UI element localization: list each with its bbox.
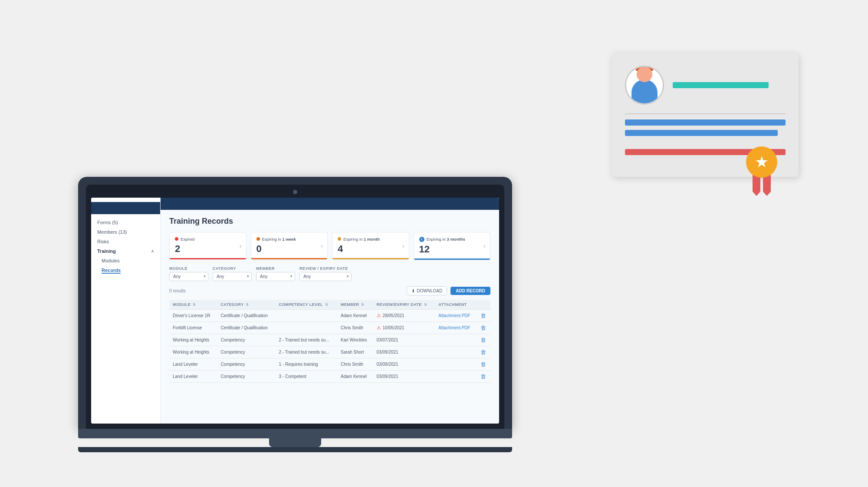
cell-delete: 🗑 xyxy=(477,346,490,358)
cell-attachment: Attachment.PDF xyxy=(435,309,477,321)
app-content-area: Training Records Expired 2 › xyxy=(161,210,499,390)
arrow-right-icon-4: › xyxy=(483,242,486,249)
stat-label-month: Expiring in 1 month xyxy=(343,237,380,242)
filter-module: MODULE Any xyxy=(169,266,208,281)
ribbon-left xyxy=(753,175,760,192)
filter-category-select[interactable]: Any xyxy=(213,272,252,281)
sort-member-icon[interactable]: ⇅ xyxy=(361,303,364,307)
stat-cards-row: Expired 2 › Expiring in 1 week xyxy=(169,232,490,260)
laptop-camera xyxy=(293,190,297,194)
filter-category-label: CATEGORY xyxy=(213,266,252,271)
stat-card-expired-header: Expired xyxy=(175,237,241,242)
cell-competency xyxy=(276,321,338,334)
delete-button[interactable]: 🗑 xyxy=(480,373,486,380)
arrow-right-icon-2: › xyxy=(321,242,323,249)
filter-member: MEMBER Any xyxy=(256,266,295,281)
stat-card-months3-header: i Expiring in 3 months xyxy=(419,237,485,242)
cell-module: Working at Heights xyxy=(169,334,217,346)
cell-member: Chris Smith xyxy=(337,358,373,370)
filter-review-date: REVIEW / EXPIRY DATE Any xyxy=(299,266,352,281)
cell-member: Chris Smith xyxy=(337,321,373,334)
sidebar-item-modules[interactable]: Modules xyxy=(91,256,160,265)
cell-delete: 🗑 xyxy=(477,370,490,382)
info-icon: i xyxy=(419,237,424,242)
sort-competency-icon[interactable]: ⇅ xyxy=(325,303,328,307)
stat-card-expired[interactable]: Expired 2 › xyxy=(169,232,247,260)
filter-member-label: MEMBER xyxy=(256,266,295,271)
col-category: CATEGORY ⇅ xyxy=(217,300,275,310)
sort-review-icon[interactable]: ⇅ xyxy=(424,303,427,307)
sort-category-icon[interactable]: ⇅ xyxy=(246,303,249,307)
delete-button[interactable]: 🗑 xyxy=(480,349,486,355)
cell-delete: 🗑 xyxy=(477,334,490,346)
filter-review-date-label: REVIEW / EXPIRY DATE xyxy=(299,266,352,271)
arrow-right-icon: › xyxy=(240,242,242,249)
stat-bar-months3 xyxy=(414,258,490,260)
attachment-link[interactable]: Attachment.PDF xyxy=(438,313,470,318)
page-title: Training Records xyxy=(169,217,490,226)
sidebar-label-risks: Risks xyxy=(97,239,109,244)
sidebar-item-forms[interactable]: Forms (5) xyxy=(91,218,160,227)
laptop: Forms (5) Members (13) Risks Training ∧ xyxy=(78,177,512,452)
filter-module-wrapper: Any xyxy=(169,272,208,281)
cell-competency: 2 - Trained but needs su... xyxy=(276,346,338,358)
sidebar-item-records[interactable]: Records xyxy=(91,265,160,276)
download-button[interactable]: ⬇ DOWNLOAD xyxy=(407,286,447,295)
filter-member-select[interactable]: Any xyxy=(256,272,295,281)
cell-attachment xyxy=(435,334,477,346)
stat-value-week: 0 xyxy=(256,243,322,255)
cell-competency: 1 - Requires training xyxy=(276,358,338,370)
delete-button[interactable]: 🗑 xyxy=(480,337,486,343)
stat-card-months3[interactable]: i Expiring in 3 months 12 › xyxy=(414,232,491,260)
cell-category: Competency xyxy=(217,358,275,370)
table-row: Working at Heights Competency 2 - Traine… xyxy=(169,334,490,346)
sidebar-item-risks[interactable]: Risks xyxy=(91,237,160,246)
stat-label-months3: Expiring in 3 months xyxy=(427,237,465,242)
cell-category: Certificate / Qualification xyxy=(217,321,275,334)
sidebar-item-members[interactable]: Members (13) xyxy=(91,227,160,237)
filter-review-date-select[interactable]: Any xyxy=(299,272,352,281)
cert-line-3 xyxy=(625,130,778,136)
table-row: Land Leveler Competency 3 - Competent Ad… xyxy=(169,370,490,382)
attachment-link[interactable]: Attachment.PDF xyxy=(438,325,470,330)
table-row: Working at Heights Competency 2 - Traine… xyxy=(169,346,490,358)
cell-competency: 2 - Trained but needs su... xyxy=(276,334,338,346)
cell-module: Working at Heights xyxy=(169,346,217,358)
sidebar-label-training: Training xyxy=(97,248,116,254)
stat-card-month[interactable]: Expiring in 1 month 4 › xyxy=(332,232,409,260)
laptop-stand xyxy=(269,438,321,447)
filter-module-select[interactable]: Any xyxy=(169,272,208,281)
laptop-bezel: Forms (5) Members (13) Risks Training ∧ xyxy=(86,185,504,429)
cell-member: Adam Kennel xyxy=(337,370,373,382)
chevron-down-icon: ∧ xyxy=(151,249,154,253)
delete-button[interactable]: 🗑 xyxy=(480,312,486,319)
cell-competency: 3 - Competent xyxy=(276,370,338,382)
stat-value-month: 4 xyxy=(338,243,404,255)
table-row: Driver's License 1R Certificate / Qualif… xyxy=(169,309,490,321)
stat-label-week: Expiring in 1 week xyxy=(262,237,296,242)
cell-review-date: ⚠10/05/2021 xyxy=(373,321,435,334)
stat-card-week-header: Expiring in 1 week xyxy=(256,237,322,242)
sidebar-label-records: Records xyxy=(102,268,121,274)
sidebar-label-modules: Modules xyxy=(102,258,120,263)
delete-button[interactable]: 🗑 xyxy=(480,361,486,368)
cell-member: Sarah Short xyxy=(337,346,373,358)
laptop-base xyxy=(78,429,512,438)
sidebar-item-training[interactable]: Training ∧ xyxy=(91,246,160,256)
delete-button[interactable]: 🗑 xyxy=(480,325,486,331)
avatar-body xyxy=(631,80,658,103)
cell-category: Competency xyxy=(217,370,275,382)
sort-module-icon[interactable]: ⇅ xyxy=(193,303,196,307)
arrow-right-icon-3: › xyxy=(402,242,404,249)
badge-circle: ★ xyxy=(746,146,777,178)
stat-card-week[interactable]: Expiring in 1 week 0 › xyxy=(251,232,328,260)
col-attachment: ATTACHMENT xyxy=(435,300,477,310)
cert-line-2 xyxy=(625,119,786,126)
cert-divider xyxy=(625,113,786,114)
achievement-badge: ★ xyxy=(742,146,781,194)
cell-member: Kari Winckles xyxy=(337,334,373,346)
add-record-button[interactable]: ADD RECORD xyxy=(450,287,490,295)
cell-review-date: 03/07/2021 xyxy=(373,334,435,346)
cell-attachment xyxy=(435,370,477,382)
training-records-table: MODULE ⇅ CATEGORY ⇅ COMPETEN xyxy=(169,300,490,383)
